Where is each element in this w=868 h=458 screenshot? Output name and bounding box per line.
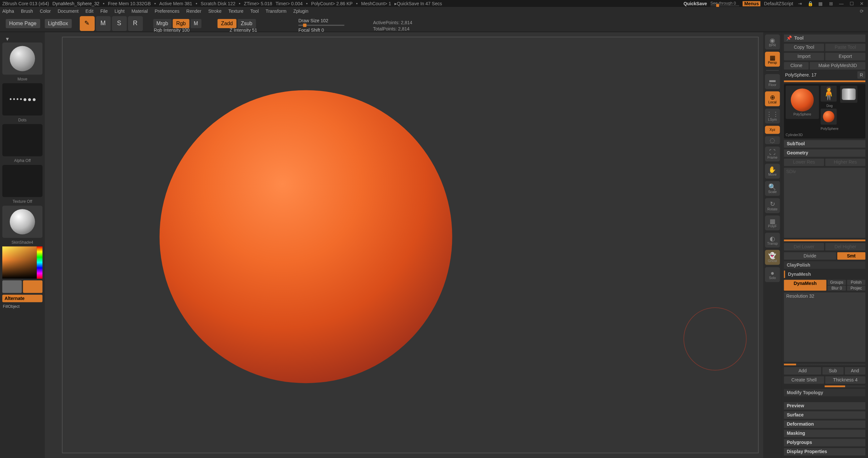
thumb-polysphere-2[interactable] [820, 109, 837, 125]
dynamesh-section[interactable]: DynaMesh [784, 270, 865, 278]
thickness-slider[interactable]: Thickness 4 [825, 376, 865, 384]
preview-section[interactable]: Preview [784, 402, 865, 409]
dynamesh-button[interactable]: DynaMesh [784, 279, 827, 290]
groups-toggle[interactable]: Groups [828, 279, 846, 285]
default-zscript[interactable]: DefaultZScript [764, 1, 793, 6]
tray-expand-icon[interactable]: ▾ [6, 36, 46, 42]
higher-res-button[interactable]: Higher Res [825, 159, 865, 166]
modify-topology-section[interactable]: Modify Topology [784, 389, 865, 397]
minimize-icon[interactable]: — [838, 1, 845, 6]
import-button[interactable]: Import [784, 53, 824, 60]
close-icon[interactable]: ✕ [859, 1, 865, 6]
nav-rotate-button[interactable]: ↻Rotate [765, 198, 780, 213]
swatch-primary[interactable] [23, 280, 42, 293]
blur-slider[interactable]: Blur 0 [828, 285, 846, 290]
palette-icon[interactable]: ⊞ [828, 1, 834, 6]
arrows-icon[interactable]: ⇥ [797, 1, 803, 6]
menu-alpha[interactable]: Alpha [2, 8, 14, 13]
masking-section[interactable]: Masking [784, 430, 865, 437]
export-button[interactable]: Export [825, 53, 865, 60]
project-toggle[interactable]: Projec [847, 285, 865, 290]
transp-button[interactable]: ◐Transp [765, 233, 780, 248]
menu-texture[interactable]: Texture [228, 8, 244, 13]
stroke-selector[interactable] [2, 83, 42, 115]
thickness-slider-track[interactable] [825, 385, 865, 387]
menu-edit[interactable]: Edit [86, 8, 93, 13]
home-page-button[interactable]: Home Page [6, 19, 40, 28]
see-through-slider[interactable]: See-through 0 [711, 1, 739, 6]
thumb-cylinder[interactable] [840, 86, 858, 103]
lower-res-button[interactable]: Lower Res [784, 159, 824, 166]
menu-material[interactable]: Material [131, 8, 148, 13]
thumb-polysphere[interactable]: PolySphere [786, 86, 819, 119]
scale-mode-button[interactable]: SScale [112, 16, 127, 31]
menu-transform[interactable]: Transform [266, 8, 286, 13]
maximize-icon[interactable]: ☐ [848, 1, 855, 6]
xyz-button[interactable]: Xyz [765, 126, 780, 134]
local-button[interactable]: ⊕Local [765, 91, 780, 106]
polyf-button[interactable]: ▦PolyF [765, 216, 780, 231]
surface-section[interactable]: Surface [784, 411, 865, 419]
lock-icon[interactable]: 🔒 [807, 1, 814, 6]
material-selector[interactable] [2, 206, 42, 238]
refresh-icon[interactable]: ⟳ [859, 8, 865, 14]
menu-stroke[interactable]: Stroke [208, 8, 222, 13]
nav-scale-button[interactable]: 🔍Scale [765, 181, 780, 196]
floor-button[interactable]: ▬Floor [765, 74, 780, 89]
rgb-button[interactable]: Rgb [173, 19, 189, 28]
tool-slider[interactable] [784, 81, 865, 82]
zadd-button[interactable]: Zadd [218, 19, 236, 28]
menus-toggle[interactable]: Menus [743, 1, 761, 6]
swatch-secondary[interactable] [2, 280, 22, 293]
lsym-button[interactable]: ⋮⋮LSym [765, 109, 780, 124]
smt-toggle[interactable]: Smt [837, 252, 865, 259]
clone-button[interactable]: Clone [784, 62, 809, 70]
claypolish-section[interactable]: ClayPolish [784, 261, 865, 268]
viewport-canvas[interactable] [62, 37, 759, 453]
geometry-section[interactable]: Geometry [784, 149, 865, 157]
menu-preferences[interactable]: Preferences [155, 8, 179, 13]
resolution-slider[interactable]: Resolution 32 [784, 292, 865, 362]
menu-light[interactable]: Light [115, 8, 125, 13]
divide-button[interactable]: Divide [784, 252, 836, 259]
sdiv-slider[interactable]: SDiv [784, 168, 865, 237]
lightbox-button[interactable]: LightBox [44, 19, 71, 28]
polish-toggle[interactable]: Polish [847, 279, 865, 285]
texture-selector[interactable] [2, 165, 42, 197]
add-button[interactable]: Add [784, 367, 821, 375]
deformation-section[interactable]: Deformation [784, 420, 865, 428]
draw-mode-button[interactable]: ✎Draw [80, 16, 94, 31]
sub-button[interactable]: Sub [822, 367, 843, 375]
del-higher-button[interactable]: Del Higher [825, 243, 865, 250]
and-button[interactable]: And [844, 367, 865, 375]
menu-render[interactable]: Render [186, 8, 201, 13]
menu-brush[interactable]: Brush [21, 8, 33, 13]
nav-move-button[interactable]: ✋Move [765, 164, 780, 179]
copy-tool-button[interactable]: Copy Tool [784, 44, 824, 51]
thumb-dog[interactable]: 🧍 [820, 86, 837, 102]
polygroups-section[interactable]: Polygroups [784, 439, 865, 447]
subtool-section[interactable]: SubTool [784, 140, 865, 147]
solo-button[interactable]: ●Solo [765, 267, 780, 282]
resolution-slider-track[interactable] [784, 364, 865, 365]
color-picker[interactable] [2, 246, 42, 278]
quicksave-button[interactable]: QuickSave [683, 1, 707, 6]
menu-document[interactable]: Document [58, 8, 79, 13]
make-polymesh-button[interactable]: Make PolyMesh3D [810, 62, 865, 70]
persp-button[interactable]: ▦Persp [765, 52, 780, 67]
menu-file[interactable]: File [100, 8, 108, 13]
m-button[interactable]: M [190, 19, 201, 28]
menu-color[interactable]: Color [40, 8, 51, 13]
zsub-button[interactable]: Zsub [237, 19, 255, 28]
menu-tool[interactable]: Tool [250, 8, 259, 13]
create-shell-button[interactable]: Create Shell [784, 376, 824, 384]
alpha-selector[interactable] [2, 124, 42, 156]
sdiv-slider-track[interactable] [784, 239, 865, 241]
r-toggle[interactable]: R [857, 71, 865, 79]
bpr-button[interactable]: ◉BPR [765, 34, 780, 49]
mesh-polysphere[interactable] [159, 90, 452, 383]
display-properties-section[interactable]: Display Properties [784, 448, 865, 456]
del-lower-button[interactable]: Del Lower [784, 243, 824, 250]
alternate-button[interactable]: Alternate [2, 295, 42, 302]
draw-size-slider[interactable] [299, 25, 344, 26]
